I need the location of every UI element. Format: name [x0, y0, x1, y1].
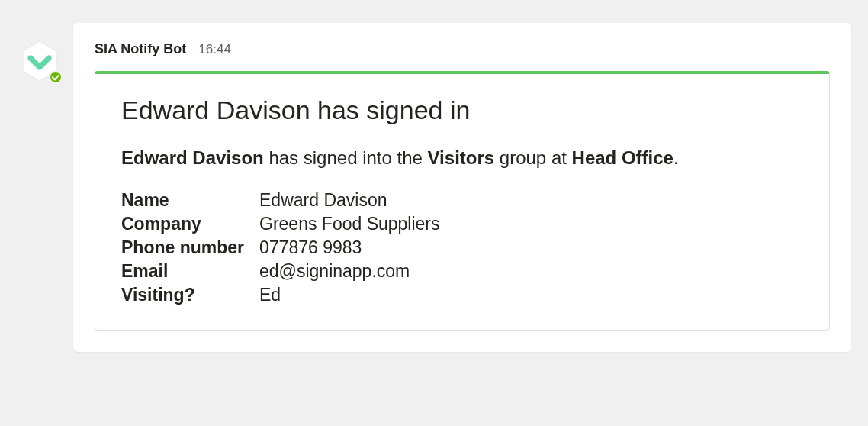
details-table: Name Edward Davison Company Greens Food … — [121, 189, 440, 307]
detail-value: 077876 9983 — [259, 236, 440, 260]
detail-label: Visiting? — [121, 283, 259, 307]
summary-text-1: has signed into the — [264, 147, 428, 168]
bot-avatar[interactable] — [18, 40, 61, 82]
summary-text-2: group at — [494, 147, 571, 168]
detail-label: Phone number — [121, 236, 259, 260]
detail-row: Email ed@signinapp.com — [121, 260, 440, 283]
detail-value: Greens Food Suppliers — [259, 212, 440, 236]
detail-label: Company — [121, 212, 259, 236]
detail-value: ed@signinapp.com — [259, 260, 440, 283]
detail-label: Name — [121, 189, 259, 212]
card-summary: Edward Davison has signed into the Visit… — [121, 145, 803, 172]
summary-site: Head Office — [572, 147, 674, 168]
detail-label: Email — [121, 260, 259, 283]
message-body: SIA Notify Bot 16:44 Edward Davison has … — [73, 23, 851, 352]
summary-group: Visitors — [428, 147, 495, 168]
chat-message: SIA Notify Bot 16:44 Edward Davison has … — [0, 0, 868, 375]
detail-row: Visiting? Ed — [121, 283, 440, 307]
presence-available-icon — [49, 70, 63, 84]
detail-value: Edward Davison — [259, 189, 440, 212]
summary-person: Edward Davison — [121, 147, 264, 168]
message-timestamp: 16:44 — [198, 42, 231, 57]
summary-text-3: . — [674, 147, 679, 168]
message-header: SIA Notify Bot 16:44 — [95, 41, 830, 57]
detail-row: Company Greens Food Suppliers — [121, 212, 440, 236]
detail-value: Ed — [259, 283, 440, 307]
detail-row: Phone number 077876 9983 — [121, 236, 440, 260]
detail-row: Name Edward Davison — [121, 189, 440, 212]
bot-name[interactable]: SIA Notify Bot — [95, 41, 186, 57]
notification-card: Edward Davison has signed in Edward Davi… — [95, 71, 830, 331]
card-title: Edward Davison has signed in — [121, 95, 803, 125]
